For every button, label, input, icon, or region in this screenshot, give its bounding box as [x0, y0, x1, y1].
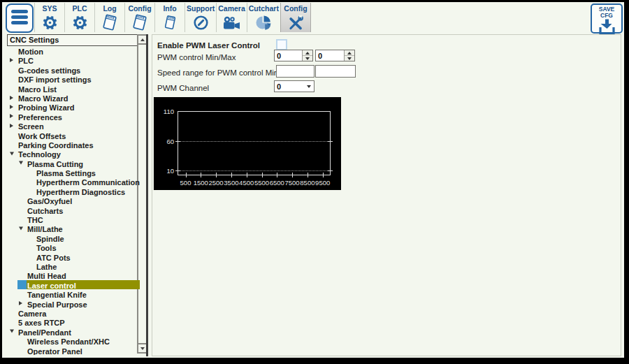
tree-item-plasma-cutting[interactable]: Plasma Cutting [7, 159, 140, 168]
spin-up-button[interactable] [345, 50, 354, 56]
tree-item-special-purpose[interactable]: Special Purpose [7, 299, 140, 308]
collapsed-arrow-icon[interactable] [10, 114, 13, 118]
speed-min-input[interactable] [277, 67, 314, 78]
tree-item-tools[interactable]: Tools [7, 242, 140, 252]
expanded-arrow-icon[interactable] [19, 227, 23, 231]
tree-item-technology[interactable]: Technology [7, 149, 140, 158]
spin-down-button[interactable] [345, 56, 354, 61]
speed-min-field[interactable] [276, 65, 314, 78]
enable-pwm-checkbox[interactable] [276, 39, 287, 50]
tree-item-label: Macro List [18, 85, 57, 94]
pwm-min-input[interactable] [275, 50, 302, 61]
chart-y-tick [175, 170, 180, 171]
toolbar-button-info[interactable]: Info [154, 3, 185, 32]
tree-item-label: Preferences [18, 113, 62, 122]
tree-item-label: Technology [18, 150, 61, 159]
tree-item-label: G-codes settings [18, 66, 80, 75]
tree-item-screen[interactable]: Screen [7, 121, 140, 130]
enable-pwm-label: Enable PWM Laser Control [157, 41, 260, 50]
tree-item-work-offsets[interactable]: Work Offsets [7, 131, 140, 140]
collapsed-arrow-icon[interactable] [19, 301, 22, 305]
tree-item-preferences[interactable]: Preferences [7, 112, 140, 121]
tree-item-label: Gas/Oxyfuel [27, 197, 72, 205]
save-cfg-button[interactable]: SAVE CFG [591, 3, 623, 34]
tree-item-multi-head[interactable]: Multi Head [7, 270, 140, 279]
pwm-channel-label: PWM Channel [157, 84, 209, 92]
tree-item-hypertherm-communication[interactable]: Hypertherm Communication [7, 177, 140, 186]
pwm-channel-dropdown[interactable]: 0 [274, 80, 314, 92]
pwm-min-spinbox[interactable] [274, 50, 313, 61]
tree-item-tangential-knife[interactable]: Tangential Knife [7, 289, 140, 298]
tree-item-parking-coordinates[interactable]: Parking Coordinates [7, 140, 140, 149]
toolbar-button-label: Config [128, 4, 151, 13]
tree-item-cutcharts[interactable]: Cutcharts [7, 205, 140, 214]
collapsed-arrow-icon[interactable] [10, 58, 13, 62]
toolbar: SYSPLCLogConfigInfoSupportCameraCutchart… [2, 2, 624, 33]
tree-item-operator-panel[interactable]: Operator Panel [7, 346, 140, 355]
toolbar-button-label: Camera [218, 4, 245, 13]
menu-button[interactable] [6, 3, 34, 33]
spin-down-icon [305, 57, 310, 60]
tree-item-5-axes-rtcp[interactable]: 5 axes RTCP [7, 317, 140, 326]
tree-item-label: Tangential Knife [27, 291, 87, 299]
chart-gridline [178, 141, 331, 142]
tree-item-macro-wizard[interactable]: Macro Wizard [7, 93, 140, 102]
pwm-max-spin-buttons [344, 50, 354, 61]
tree-item-label: Hypertherm Communication [36, 178, 140, 187]
speed-max-field[interactable] [315, 65, 356, 78]
tree-item-laser-control[interactable]: Laser control [7, 280, 140, 289]
expanded-arrow-icon[interactable] [10, 152, 14, 155]
pie-chart-icon [255, 13, 272, 32]
tree-item-mill-lathe[interactable]: Mill/Lathe [7, 224, 140, 233]
pwm-max-input[interactable] [316, 50, 344, 61]
scroll-down-icon [140, 347, 145, 350]
tree-item-label: Camera [18, 310, 46, 318]
toolbar-button-label: Support [187, 4, 215, 13]
collapsed-arrow-icon[interactable] [10, 105, 13, 109]
tree-item-plasma-settings[interactable]: Plasma Settings [7, 168, 140, 177]
spin-up-button[interactable] [303, 50, 312, 56]
chart-y-tick-label: 10 [155, 167, 174, 175]
panel-splitter[interactable] [146, 34, 148, 356]
tree-item-lathe[interactable]: Lathe [7, 261, 140, 270]
toolbar-button-label: Cutchart [249, 4, 279, 13]
toolbar-button-sys[interactable]: SYS [34, 3, 64, 32]
toolbar-button-plc[interactable]: PLC [64, 3, 94, 32]
tree-item-g-codes-settings[interactable]: G-codes settings [7, 65, 140, 74]
spin-down-icon [347, 57, 352, 60]
pwm-max-spinbox[interactable] [315, 50, 355, 61]
tree-item-probing-wizard[interactable]: Probing Wizard [7, 102, 140, 111]
tree-item-dxf-import-settings[interactable]: DXF import settings [7, 74, 140, 83]
chart-x-tick [216, 173, 217, 177]
tree-item-panel-pendant[interactable]: Panel/Pendant [7, 327, 140, 336]
toolbar-button-log[interactable]: Log [94, 3, 124, 32]
tree-item-hypertherm-diagnostics[interactable]: Hypertherm Diagnostics [7, 187, 140, 196]
tree-item-spindle[interactable]: Spindle [7, 233, 140, 242]
tree-item-motion[interactable]: Motion [7, 46, 140, 55]
tree-item-label: Parking Coordinates [18, 141, 94, 150]
spin-down-button[interactable] [303, 56, 312, 61]
tree-item-atc-pots[interactable]: ATC Pots [7, 252, 140, 261]
speed-max-input[interactable] [316, 67, 355, 78]
tree-item-camera[interactable]: Camera [7, 308, 140, 317]
collapsed-arrow-icon[interactable] [10, 124, 13, 128]
toolbar-button-support[interactable]: Support [185, 3, 216, 32]
tree-item-label: Plasma Cutting [27, 160, 83, 168]
tree-item-plc[interactable]: PLC [7, 55, 140, 64]
gear-icon [72, 13, 88, 32]
tree-item-wireless-pendant-xhc[interactable]: Wireless Pendant/XHC [7, 336, 140, 345]
toolbar-button-cutchart[interactable]: Cutchart [247, 3, 280, 32]
speed-range-label: Speed range for PWM control Min/Max [157, 68, 296, 77]
tree-item-gas-oxyfuel[interactable]: Gas/Oxyfuel [7, 196, 140, 205]
tree-item-thc[interactable]: THC [7, 214, 140, 224]
tree-scrollbar[interactable] [137, 34, 146, 354]
expanded-arrow-icon[interactable] [19, 161, 23, 165]
tree-item-macro-list[interactable]: Macro List [7, 84, 140, 93]
toolbar-button-config-tools[interactable]: Config [280, 3, 311, 32]
expanded-arrow-icon[interactable] [10, 330, 14, 333]
toolbar-button-label: SYS [42, 4, 57, 13]
toolbar-button-config[interactable]: Config [124, 3, 154, 32]
toolbar-button-camera[interactable]: Camera [216, 3, 247, 32]
collapsed-arrow-icon[interactable] [10, 96, 13, 100]
tree-item-label: Tools [36, 244, 57, 252]
